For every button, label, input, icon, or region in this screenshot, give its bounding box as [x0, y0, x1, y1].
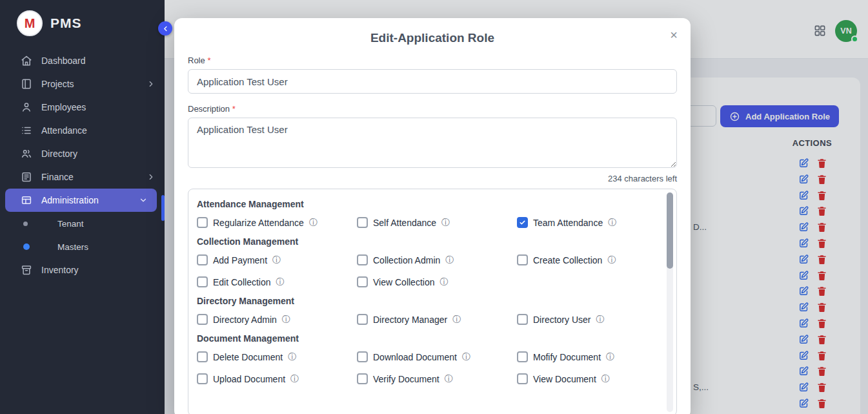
checkbox-icon[interactable]: [197, 254, 208, 265]
checkbox-icon[interactable]: [357, 254, 368, 265]
checkbox-icon[interactable]: [517, 373, 528, 384]
permission-edit-collection[interactable]: Edit Collectionⓘ: [197, 276, 357, 287]
checkbox-icon[interactable]: [197, 276, 208, 287]
sidebar-item-finance[interactable]: Finance: [0, 165, 165, 189]
checkbox-icon[interactable]: [197, 351, 208, 362]
permission-add-payment[interactable]: Add Paymentⓘ: [197, 254, 357, 265]
checkbox-icon[interactable]: [357, 373, 368, 384]
permission-grid: Add PaymentⓘCollection AdminⓘCreate Coll…: [197, 254, 657, 287]
sidebar-item-employees[interactable]: Employees: [0, 96, 165, 119]
sidebar-item-inventory[interactable]: Inventory: [0, 258, 165, 282]
sidebar-item-directory[interactable]: Directory: [0, 142, 165, 165]
permission-mofify-document[interactable]: Mofify Documentⓘ: [517, 351, 657, 362]
sidebar-item-dashboard[interactable]: Dashboard: [0, 49, 165, 72]
checkbox-icon[interactable]: [357, 276, 368, 287]
permission-upload-document[interactable]: Upload Documentⓘ: [197, 373, 357, 384]
required-asterisk: *: [232, 104, 236, 114]
sidebar-item-label: Attendance: [41, 125, 87, 136]
info-icon[interactable]: ⓘ: [601, 375, 610, 383]
permission-directory-manager[interactable]: Directory Managerⓘ: [357, 314, 517, 325]
edit-application-role-modal: Edit-Application Role × Role * Descripti…: [174, 18, 691, 414]
permission-label: Directory User: [533, 315, 590, 325]
logo-letter: M: [25, 16, 35, 31]
info-icon[interactable]: ⓘ: [439, 278, 448, 286]
logo-icon: M: [17, 10, 43, 36]
permission-create-collection[interactable]: Create Collectionⓘ: [517, 254, 657, 265]
info-icon[interactable]: ⓘ: [596, 315, 604, 324]
permission-team-attendance[interactable]: Team Attendanceⓘ: [517, 217, 657, 228]
permission-label: Regularize Attendance: [213, 218, 304, 228]
permission-directory-admin[interactable]: Directory Adminⓘ: [197, 314, 357, 325]
info-icon[interactable]: ⓘ: [276, 278, 285, 286]
permission-regularize-attendance[interactable]: Regularize Attendanceⓘ: [197, 217, 357, 228]
info-icon[interactable]: ⓘ: [309, 218, 318, 227]
projects-icon: [21, 78, 32, 90]
bullet-icon: [23, 243, 30, 250]
role-label: Role *: [188, 56, 677, 65]
sidebar: M PMS DashboardProjectsEmployeesAttendan…: [0, 0, 165, 414]
checkbox-icon[interactable]: [357, 351, 368, 362]
permission-group-title: Directory Management: [197, 296, 657, 306]
permission-label: Verify Document: [373, 374, 439, 384]
permission-verify-document[interactable]: Verify Documentⓘ: [357, 373, 517, 384]
checkbox-icon[interactable]: [517, 314, 528, 325]
info-icon[interactable]: ⓘ: [606, 353, 614, 361]
permission-download-document[interactable]: Download Documentⓘ: [357, 351, 517, 362]
role-input[interactable]: [188, 69, 677, 94]
permission-label: Self Attendance: [373, 218, 436, 228]
sidebar-item-attendance[interactable]: Attendance: [0, 119, 165, 142]
sidebar-item-masters[interactable]: Masters: [0, 235, 165, 258]
checkbox-icon[interactable]: [357, 314, 368, 325]
permission-group-title: Attendance Management: [197, 199, 657, 209]
permission-delete-document[interactable]: Delete Documentⓘ: [197, 351, 357, 362]
app-title: PMS: [50, 16, 82, 31]
permission-directory-user[interactable]: Directory Userⓘ: [517, 314, 657, 325]
permissions-scrollbar[interactable]: [667, 192, 673, 412]
permission-label: Edit Collection: [213, 277, 271, 287]
permission-label: Mofify Document: [533, 352, 601, 362]
app-logo: M PMS: [0, 0, 165, 47]
info-icon[interactable]: ⓘ: [462, 353, 470, 361]
permission-label: Directory Admin: [213, 315, 277, 325]
info-icon[interactable]: ⓘ: [290, 375, 299, 383]
scrollbar-thumb[interactable]: [667, 192, 673, 269]
info-icon[interactable]: ⓘ: [445, 375, 453, 383]
info-icon[interactable]: ⓘ: [441, 218, 450, 227]
permission-group-title: Document Management: [197, 333, 657, 344]
checkbox-icon[interactable]: [517, 351, 528, 362]
sidebar-item-label: Administration: [41, 195, 99, 205]
checkbox-icon[interactable]: [357, 217, 368, 228]
checkbox-icon[interactable]: [197, 314, 208, 325]
info-icon[interactable]: ⓘ: [607, 256, 616, 264]
sidebar-collapse-button[interactable]: [158, 21, 172, 36]
checkbox-icon[interactable]: [197, 217, 208, 228]
store-icon: [21, 264, 32, 276]
permission-view-collection[interactable]: View Collectionⓘ: [357, 276, 517, 287]
info-icon[interactable]: ⓘ: [452, 315, 461, 324]
permission-view-document[interactable]: View Documentⓘ: [517, 373, 657, 384]
permission-sections: Attendance ManagementRegularize Attendan…: [197, 199, 657, 384]
permission-label: Directory Manager: [373, 315, 447, 325]
sidebar-item-label: Finance: [41, 172, 74, 182]
info-icon[interactable]: ⓘ: [445, 256, 454, 264]
description-textarea[interactable]: Application Test User: [188, 118, 677, 168]
info-icon[interactable]: ⓘ: [608, 218, 616, 227]
close-icon[interactable]: ×: [667, 26, 680, 44]
permission-collection-admin[interactable]: Collection Adminⓘ: [357, 254, 517, 265]
checkbox-icon[interactable]: [517, 254, 528, 265]
info-icon[interactable]: ⓘ: [272, 256, 281, 264]
sidebar-item-label: Tenant: [57, 219, 84, 229]
home-icon: [21, 55, 32, 67]
info-icon[interactable]: ⓘ: [282, 315, 290, 324]
sidebar-item-tenant[interactable]: Tenant: [0, 212, 165, 235]
sidebar-item-administration[interactable]: Administration: [5, 189, 157, 212]
description-field: Description * Application Test User 234 …: [188, 104, 677, 183]
chevron-left-icon: [161, 25, 170, 33]
checkbox-icon[interactable]: [197, 373, 208, 384]
permission-label: Collection Admin: [373, 255, 440, 265]
permission-grid: Directory AdminⓘDirectory ManagerⓘDirect…: [197, 314, 657, 325]
info-icon[interactable]: ⓘ: [288, 353, 296, 361]
checkbox-checked-icon[interactable]: [517, 217, 528, 228]
permission-self-attendance[interactable]: Self Attendanceⓘ: [357, 217, 517, 228]
sidebar-item-projects[interactable]: Projects: [0, 72, 165, 96]
